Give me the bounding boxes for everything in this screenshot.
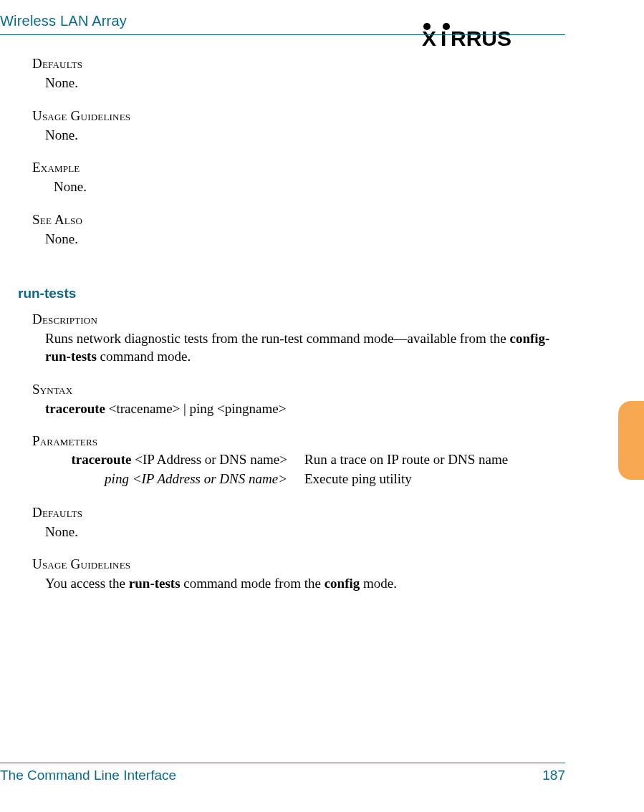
text: <IP Address or DNS name> (131, 452, 287, 467)
section-body: None. (32, 178, 565, 196)
section-body: Runs network diagnostic tests from the r… (32, 329, 565, 366)
section-heading: Usage Guidelines (32, 556, 565, 572)
section-body: None. (32, 230, 565, 248)
section-usage: Usage Guidelines None. (32, 108, 565, 145)
svg-text:I: I (441, 26, 447, 47)
xirrus-logo-icon: X I RRUS (422, 19, 565, 47)
side-tab-icon (618, 401, 644, 480)
section-heading: See Also (32, 212, 565, 228)
footer-rule (0, 763, 565, 763)
bold-text: traceroute (71, 452, 131, 467)
bold-text: traceroute (45, 401, 105, 416)
section-defaults-2: Defaults None. (32, 505, 565, 541)
italic-text: ping <IP Address or DNS name> (105, 471, 287, 486)
section-example: Example None. (32, 160, 565, 196)
footer-row: The Command Line Interface 187 (0, 768, 565, 783)
page-footer: The Command Line Interface 187 (0, 763, 565, 783)
section-heading: Defaults (32, 56, 565, 72)
header-rule (0, 34, 565, 35)
param-right: Run a trace on IP route or DNS name (304, 450, 565, 470)
footer-left: The Command Line Interface (0, 768, 176, 783)
command-title: run-tests (18, 286, 565, 301)
page-body: Defaults None. Usage Guidelines None. Ex… (32, 50, 565, 755)
svg-text:RRUS: RRUS (451, 26, 511, 47)
section-heading: Parameters (32, 433, 565, 449)
section-body: None. (32, 523, 565, 541)
text: mode. (360, 576, 397, 591)
section-heading: Syntax (32, 382, 565, 397)
section-body: None. (32, 74, 565, 92)
text: command mode. (97, 349, 191, 364)
section-heading: Usage Guidelines (32, 108, 565, 124)
section-heading: Description (32, 311, 565, 327)
text: command mode from the (181, 576, 325, 591)
page: Wireless LAN Array X I RRUS Defaults Non… (0, 0, 644, 812)
section-body: traceroute <tracename> | ping <pingname> (32, 400, 565, 418)
parameter-table: traceroute <IP Address or DNS name> Run … (32, 450, 565, 488)
svg-text:X: X (422, 26, 437, 47)
text: <tracename> | ping <pingname> (105, 401, 286, 416)
table-row: ping <IP Address or DNS name> Execute pi… (32, 470, 565, 489)
section-defaults: Defaults None. (32, 56, 565, 92)
bold-text: run-tests (129, 576, 181, 591)
text: Runs network diagnostic tests from the r… (45, 331, 510, 346)
section-heading: Example (32, 160, 565, 175)
section-heading: Defaults (32, 505, 565, 521)
section-parameters: Parameters traceroute <IP Address or DNS… (32, 433, 565, 488)
section-description: Description Runs network diagnostic test… (32, 311, 565, 366)
text: You access the (45, 576, 129, 591)
param-right: Execute ping utility (304, 470, 565, 489)
section-body: None. (32, 126, 565, 145)
section-syntax: Syntax traceroute <tracename> | ping <pi… (32, 382, 565, 418)
bold-text: config (325, 576, 360, 591)
section-body: You access the run-tests command mode fr… (32, 574, 565, 593)
section-usage-2: Usage Guidelines You access the run-test… (32, 556, 565, 593)
page-header: Wireless LAN Array X I RRUS (0, 13, 644, 29)
section-seealso: See Also None. (32, 212, 565, 248)
page-number: 187 (542, 768, 565, 783)
table-row: traceroute <IP Address or DNS name> Run … (32, 450, 565, 470)
param-left: ping <IP Address or DNS name> (32, 470, 304, 489)
brand-logo: X I RRUS (422, 19, 565, 47)
param-left: traceroute <IP Address or DNS name> (32, 450, 304, 470)
